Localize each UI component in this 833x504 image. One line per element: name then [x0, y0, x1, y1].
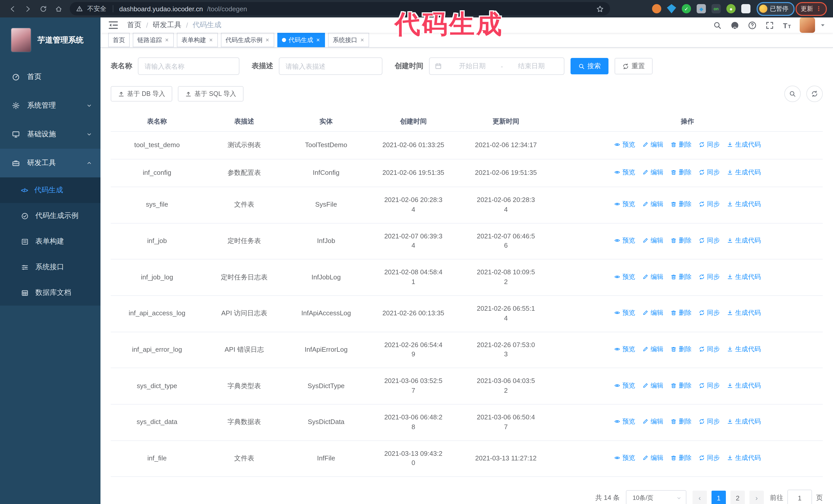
action-preview[interactable]: 预览 — [614, 236, 635, 245]
action-edit[interactable]: 编辑 — [642, 308, 663, 318]
action-edit[interactable]: 编辑 — [642, 417, 663, 426]
action-preview[interactable]: 预览 — [614, 381, 635, 390]
action-edit[interactable]: 编辑 — [642, 453, 663, 462]
reset-button[interactable]: 重置 — [615, 58, 652, 74]
table-name-input[interactable] — [138, 57, 239, 75]
goto-page-input[interactable] — [787, 490, 812, 504]
action-preview[interactable]: 预览 — [614, 140, 635, 149]
help-icon[interactable] — [744, 18, 760, 33]
close-icon[interactable]: × — [165, 37, 169, 43]
action-preview[interactable]: 预览 — [614, 272, 635, 281]
close-icon[interactable]: × — [360, 37, 364, 43]
home-button[interactable] — [51, 2, 66, 16]
orange-extension-icon[interactable] — [652, 4, 661, 13]
end-date-placeholder[interactable]: 结束日期 — [504, 62, 559, 71]
action-generate[interactable]: 生成代码 — [727, 344, 761, 354]
logo-row[interactable]: 芋道管理系统 — [0, 18, 100, 63]
action-sync[interactable]: 同步 — [699, 308, 720, 318]
start-date-placeholder[interactable]: 开始日期 — [445, 62, 500, 71]
action-sync[interactable]: 同步 — [699, 199, 720, 209]
action-sync[interactable]: 同步 — [699, 140, 720, 149]
fullscreen-icon[interactable] — [762, 18, 777, 33]
update-button[interactable]: 更新 ⋮ — [795, 2, 827, 16]
action-edit[interactable]: 编辑 — [642, 168, 663, 177]
tab-4[interactable]: 代码生成× — [277, 33, 325, 47]
sidebar-item-system-api[interactable]: 系统接口 — [0, 254, 100, 280]
breadcrumb-item[interactable]: 首页 — [127, 21, 142, 30]
action-edit[interactable]: 编辑 — [642, 272, 663, 281]
action-edit[interactable]: 编辑 — [642, 381, 663, 390]
sidebar-item-form-builder[interactable]: 表单构建 — [0, 229, 100, 254]
kebab-menu-icon[interactable]: ⋮ — [815, 5, 822, 12]
action-sync[interactable]: 同步 — [699, 381, 720, 390]
action-generate[interactable]: 生成代码 — [727, 140, 761, 149]
action-preview[interactable]: 预览 — [614, 199, 635, 209]
action-sync[interactable]: 同步 — [699, 453, 720, 462]
date-range-picker[interactable]: 开始日期 - 结束日期 — [429, 57, 564, 75]
action-delete[interactable]: 删除 — [670, 168, 691, 177]
search-button[interactable]: 搜索 — [571, 58, 609, 74]
breadcrumb-item[interactable]: 研发工具 — [153, 21, 182, 30]
toggle-search-button[interactable] — [784, 86, 801, 102]
action-generate[interactable]: 生成代码 — [727, 272, 761, 281]
sidebar-item-infra[interactable]: 基础设施 — [0, 120, 100, 149]
action-edit[interactable]: 编辑 — [642, 236, 663, 245]
gray-grid-extension-icon[interactable]: ◆ — [697, 4, 706, 13]
action-edit[interactable]: 编辑 — [642, 344, 663, 354]
action-generate[interactable]: 生成代码 — [727, 453, 761, 462]
table-desc-input[interactable] — [279, 57, 382, 75]
tab-1[interactable]: 链路追踪× — [133, 33, 174, 47]
github-icon[interactable] — [727, 18, 742, 33]
tab-0[interactable]: 首页 — [108, 33, 130, 47]
forward-button[interactable] — [21, 2, 35, 16]
action-sync[interactable]: 同步 — [699, 272, 720, 281]
action-sync[interactable]: 同步 — [699, 236, 720, 245]
close-icon[interactable]: × — [316, 37, 320, 43]
blue-gem-extension-icon[interactable] — [667, 4, 676, 13]
import-sql-button[interactable]: 基于 SQL 导入 — [178, 86, 243, 101]
action-edit[interactable]: 编辑 — [642, 140, 663, 149]
font-size-icon[interactable]: TT — [779, 18, 794, 33]
action-delete[interactable]: 删除 — [670, 417, 691, 426]
action-sync[interactable]: 同步 — [699, 344, 720, 354]
action-generate[interactable]: 生成代码 — [727, 168, 761, 177]
tab-2[interactable]: 表单构建× — [177, 33, 218, 47]
action-delete[interactable]: 删除 — [670, 453, 691, 462]
green-check-extension-icon[interactable]: ✓ — [682, 4, 691, 13]
avatar[interactable] — [800, 18, 815, 33]
action-delete[interactable]: 删除 — [670, 272, 691, 281]
action-generate[interactable]: 生成代码 — [727, 236, 761, 245]
action-delete[interactable]: 删除 — [670, 344, 691, 354]
address-bar[interactable]: 不安全 dashboard.yudao.iocoder.cn/tool/code… — [70, 2, 610, 16]
action-delete[interactable]: 删除 — [670, 308, 691, 318]
reload-button[interactable] — [36, 2, 50, 16]
sidebar-item-home[interactable]: 首页 — [0, 63, 100, 91]
page-button-2[interactable]: 2 — [731, 491, 745, 504]
white-puzzle-extension-icon[interactable] — [741, 4, 751, 13]
caret-down-icon[interactable] — [820, 22, 826, 28]
close-icon[interactable]: × — [265, 37, 270, 43]
header-search-icon[interactable] — [710, 18, 725, 33]
refresh-table-button[interactable] — [806, 86, 823, 102]
action-delete[interactable]: 删除 — [670, 199, 691, 209]
action-sync[interactable]: 同步 — [699, 168, 720, 177]
action-sync[interactable]: 同步 — [699, 417, 720, 426]
tab-3[interactable]: 代码生成示例× — [221, 33, 274, 47]
close-icon[interactable]: × — [209, 37, 213, 43]
next-page-button[interactable]: › — [749, 491, 764, 504]
sidebar-item-db-doc[interactable]: 数据库文档 — [0, 280, 100, 306]
action-edit[interactable]: 编辑 — [642, 199, 663, 209]
green-person-extension-icon[interactable]: ● — [727, 4, 736, 13]
action-preview[interactable]: 预览 — [614, 168, 635, 177]
sidebar-item-system[interactable]: 系统管理 — [0, 91, 100, 120]
dark-on-extension-icon[interactable]: on — [712, 4, 721, 13]
action-generate[interactable]: 生成代码 — [727, 308, 761, 318]
action-generate[interactable]: 生成代码 — [727, 381, 761, 390]
action-generate[interactable]: 生成代码 — [727, 199, 761, 209]
action-delete[interactable]: 删除 — [670, 236, 691, 245]
sidebar-collapse-icon[interactable] — [108, 20, 119, 31]
back-button[interactable] — [5, 2, 20, 16]
import-db-button[interactable]: 基于 DB 导入 — [111, 86, 172, 101]
page-button-1[interactable]: 1 — [712, 491, 726, 504]
action-delete[interactable]: 删除 — [670, 140, 691, 149]
